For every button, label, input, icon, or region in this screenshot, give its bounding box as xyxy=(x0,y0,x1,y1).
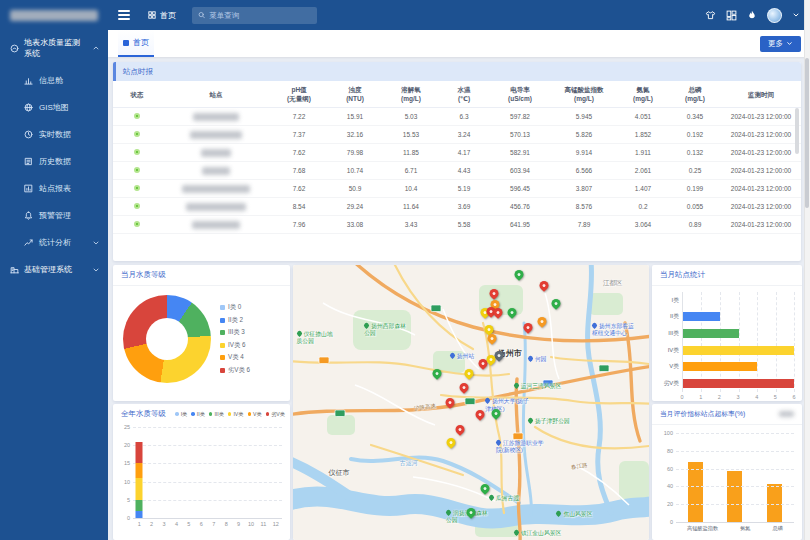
value-cell: 10.4 xyxy=(383,180,439,198)
blurred-station-name xyxy=(202,167,230,175)
table-row[interactable]: 7.6810.746.714.43603.946.5662.0610.25202… xyxy=(113,162,801,180)
table-row[interactable]: 7.2215.915.036.3597.825.9454.0510.345202… xyxy=(113,108,801,126)
y-tick-label: 40 xyxy=(667,483,673,489)
station-cell xyxy=(161,216,271,234)
sidebar-group-1[interactable]: 基础管理系统 xyxy=(0,256,108,283)
map-marker-orange[interactable] xyxy=(488,334,497,343)
table-row[interactable]: 8.5429.2411.643.69456.768.5760.20.055202… xyxy=(113,198,801,216)
map-marker-red[interactable] xyxy=(445,398,454,407)
legend-item[interactable]: I类 xyxy=(175,411,187,418)
more-button[interactable]: 更多 xyxy=(760,36,801,52)
sidebar-item[interactable]: 预警管理 xyxy=(0,202,108,229)
legend-item[interactable]: II类 2 xyxy=(220,316,250,325)
avatar[interactable] xyxy=(767,8,782,23)
value-cell: 7.22 xyxy=(271,108,327,126)
sidebar-item[interactable]: 信息舱 xyxy=(0,67,108,94)
sidebar-group-0[interactable]: 地表水质量监测系统 xyxy=(0,29,108,67)
legend-item[interactable]: V类 xyxy=(248,411,262,418)
legend-item[interactable]: V类 4 xyxy=(220,353,250,362)
tab-home-icon xyxy=(123,40,129,46)
bar xyxy=(683,329,739,338)
year-level-title: 全年水质等级 xyxy=(121,409,166,419)
page-scrollbar-thumb[interactable] xyxy=(805,58,809,208)
sidebar-item[interactable]: GIS地图 xyxy=(0,94,108,121)
sidebar-item[interactable]: 历史数据 xyxy=(0,148,108,175)
theme-shirt-icon[interactable] xyxy=(705,10,716,21)
map-marker-green[interactable] xyxy=(515,270,524,279)
table-scrollbar[interactable] xyxy=(795,108,799,154)
legend-swatch xyxy=(220,305,225,310)
sidebar-item[interactable]: 统计分析 xyxy=(0,229,108,256)
map-overlay: 扬州市仪征市江都区扬州西部森林公园仪征捺山地质公园运河三湾风景区扬子津野公园瓜洲… xyxy=(293,265,649,540)
map-marker-yellow[interactable] xyxy=(465,369,474,378)
map-marker-green[interactable] xyxy=(507,308,516,317)
legend-swatch xyxy=(220,318,225,323)
map-marker-green[interactable] xyxy=(481,484,490,493)
chevron-down-icon[interactable] xyxy=(792,11,800,19)
sidebar-item-label: 统计分析 xyxy=(39,237,71,248)
legend-item[interactable]: IV类 xyxy=(228,411,244,418)
map-marker-green[interactable] xyxy=(467,508,476,517)
value-cell: 582.91 xyxy=(489,144,551,162)
table-row[interactable]: 7.6279.9811.854.17582.919.9141.9110.1322… xyxy=(113,144,801,162)
table-row[interactable]: 7.3732.1615.533.24570.135.8261.8520.1922… xyxy=(113,126,801,144)
map-marker-red[interactable] xyxy=(475,410,484,419)
table-row[interactable]: 7.9633.083.435.58641.957.893.0640.892024… xyxy=(113,216,801,234)
station-report-title: 站点时报 xyxy=(113,62,801,81)
x-tick-label: 1 xyxy=(133,521,145,527)
layout-icon[interactable] xyxy=(726,10,737,21)
value-cell: 7.37 xyxy=(271,126,327,144)
year-legend: I类II类III类IV类V类劣V类 xyxy=(175,411,285,418)
legend-item[interactable]: I类 0 xyxy=(220,303,250,312)
map-marker-green[interactable] xyxy=(433,369,442,378)
table-row[interactable]: 7.6250.910.45.19596.453.8071.4070.199202… xyxy=(113,180,801,198)
legend-item[interactable]: II类 xyxy=(191,411,205,418)
legend-item[interactable]: 劣V类 xyxy=(266,411,285,418)
station-cell xyxy=(161,162,271,180)
map-marker-green[interactable] xyxy=(552,299,561,308)
sidebar-item[interactable]: 站点报表 xyxy=(0,175,108,202)
map-marker-green[interactable] xyxy=(491,409,500,418)
status-cell xyxy=(113,108,161,126)
status-cell xyxy=(113,126,161,144)
value-cell: 33.08 xyxy=(327,216,383,234)
page-scrollbar[interactable] xyxy=(804,0,810,540)
marker-balloon xyxy=(479,482,492,495)
value-cell: 9.914 xyxy=(551,144,617,162)
map-marker-red[interactable] xyxy=(493,308,502,317)
legend-item[interactable]: IV类 6 xyxy=(220,341,250,350)
breadcrumb[interactable]: 首页 xyxy=(148,10,176,21)
hamburger-menu-icon[interactable] xyxy=(108,10,140,20)
map-marker-red[interactable] xyxy=(539,281,548,290)
marker-balloon xyxy=(538,279,551,292)
map-marker-yellow[interactable] xyxy=(447,438,456,447)
map-marker-yellow[interactable] xyxy=(486,355,495,364)
search-input[interactable] xyxy=(209,11,311,20)
menu-search[interactable] xyxy=(192,7,317,24)
search-icon xyxy=(198,11,205,19)
map-marker-gray[interactable] xyxy=(495,351,504,360)
legend-item[interactable]: 劣V类 6 xyxy=(220,366,250,375)
blurred-link[interactable] xyxy=(779,411,794,417)
blurred-station-name xyxy=(186,203,246,211)
tab-home[interactable]: 首页 xyxy=(118,30,154,57)
clock-icon xyxy=(24,130,33,139)
map-marker-red[interactable] xyxy=(456,425,465,434)
map-marker-red[interactable] xyxy=(523,323,532,332)
marker-balloon xyxy=(550,297,563,310)
status-cell xyxy=(113,216,161,234)
value-cell: 3.24 xyxy=(439,126,489,144)
map-marker-orange[interactable] xyxy=(538,317,547,326)
column-header: 总磷(mg/L) xyxy=(669,81,721,108)
legend-item[interactable]: III类 3 xyxy=(220,328,250,337)
flame-icon[interactable] xyxy=(747,10,757,21)
legend-item[interactable]: III类 xyxy=(209,411,224,418)
map-marker-red[interactable] xyxy=(490,289,499,298)
map-marker-red[interactable] xyxy=(459,383,468,392)
map-marker-yellow[interactable] xyxy=(484,325,493,334)
value-cell: 3.43 xyxy=(383,216,439,234)
legend-swatch xyxy=(266,412,270,416)
sidebar-item[interactable]: 实时数据 xyxy=(0,121,108,148)
value-cell: 0.2 xyxy=(617,198,669,216)
more-button-label: 更多 xyxy=(768,39,783,49)
